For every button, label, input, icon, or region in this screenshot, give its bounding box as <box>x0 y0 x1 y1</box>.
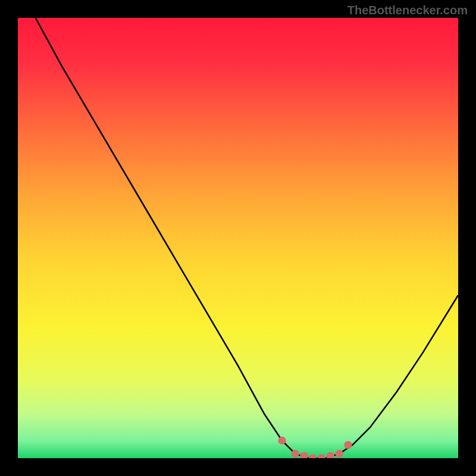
highlight-dot <box>278 437 286 444</box>
highlight-dot <box>327 452 334 458</box>
watermark-text: TheBottlenecker.com <box>347 4 468 17</box>
highlight-dot <box>344 441 352 449</box>
highlight-dot <box>300 452 308 458</box>
plot-area <box>18 18 458 458</box>
highlight-dot <box>292 450 299 458</box>
highlight-dot <box>336 450 343 458</box>
highlight-dot <box>318 454 325 458</box>
highlight-dot <box>309 454 317 458</box>
bottleneck-curve <box>18 18 458 458</box>
curve-line <box>36 18 458 458</box>
